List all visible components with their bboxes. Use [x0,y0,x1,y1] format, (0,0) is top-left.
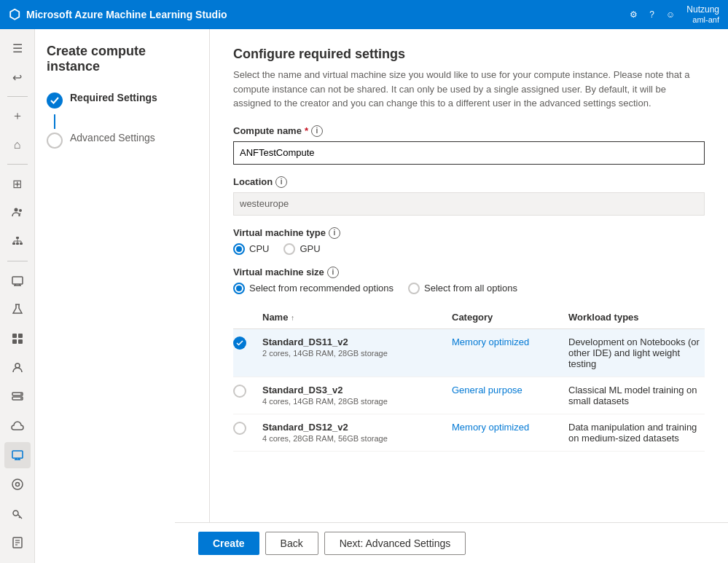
sidebar-divider-3 [7,261,28,261]
next-button[interactable]: Next: Advanced Settings [324,532,466,555]
sidebar-icons: ☰ ↩ ＋ ⌂ ⊞ [0,29,35,563]
radio-cpu-label: CPU [249,243,269,254]
hierarchy-icon[interactable] [4,229,31,255]
svg-point-23 [20,398,22,399]
table-row[interactable]: Standard_DS12_v2 4 cores, 28GB RAM, 56GB… [233,414,705,452]
help-icon[interactable]: ? [649,9,654,20]
location-value: westeurope [233,192,705,216]
row-2-category[interactable]: General purpose [452,385,568,395]
row-3-workload: Data manipulation and training on medium… [568,422,705,444]
svg-point-0 [14,208,17,212]
row-1-name: Standard_DS11_v2 2 cores, 14GB RAM, 28GB… [262,336,452,358]
svg-point-29 [15,483,19,487]
vm-type-info-icon[interactable]: i [329,227,340,239]
users2-icon[interactable] [4,355,31,381]
row-3-select[interactable] [233,422,262,435]
svg-rect-18 [18,339,23,344]
storage-icon[interactable] [4,384,31,410]
step-connector [54,114,55,129]
radio-recommended[interactable]: Select from recommended options [233,283,394,294]
row-3-name: Standard_DS12_v2 4 cores, 28GB RAM, 56GB… [262,422,452,443]
header-workload-col: Workload types [568,312,705,323]
account-icon[interactable]: ☺ [666,9,675,20]
main-content: Configure required settings Select the n… [210,29,728,563]
vm-type-radio-group: CPU GPU [233,243,705,255]
log-icon[interactable] [4,529,31,556]
compute-name-info-icon[interactable]: i [311,125,323,137]
cloud-icon[interactable] [4,413,31,439]
svg-rect-5 [20,243,23,245]
required-star: * [305,125,308,136]
step-required[interactable]: Required Settings [47,92,197,109]
svg-rect-10 [12,277,23,284]
compute-name-input[interactable] [233,141,705,165]
disk-icon[interactable] [4,471,31,497]
location-info-icon[interactable]: i [275,176,287,188]
step-1-circle [47,92,63,109]
svg-rect-2 [16,237,19,239]
svg-point-1 [19,209,22,212]
table-row[interactable]: Standard_DS11_v2 2 cores, 14GB RAM, 28GB… [233,329,705,377]
vm-size-info-icon[interactable]: i [327,267,339,278]
svg-point-30 [13,511,18,516]
sidebar-divider-1 [7,96,28,97]
radio-recommended-outer [233,283,245,294]
vm-size-options: Select from recommended options Select f… [233,283,705,294]
sidebar-divider-2 [7,164,28,165]
step-2-circle [47,133,63,149]
radio-gpu-outer [283,243,295,255]
add-icon[interactable]: ＋ [4,103,31,129]
grid2-icon[interactable] [4,326,31,352]
radio-all-outer [408,283,420,294]
radio-all-options[interactable]: Select from all options [408,283,517,294]
section-desc: Select the name and virtual machine size… [233,68,705,111]
compute-name-label: Compute name * i [233,125,705,137]
row-1-workload: Development on Notebooks (or other IDE) … [568,336,705,369]
header-select-col [233,312,262,323]
radio-cpu-inner [236,246,242,252]
page-title: Create compute instance [47,44,197,74]
radio-gpu[interactable]: GPU [283,243,320,255]
main-layout: ☰ ↩ ＋ ⌂ ⊞ [0,29,728,563]
step-1-label: Required Settings [70,92,157,103]
user-info: Nutzung aml-anf [686,4,719,25]
row-1-select[interactable] [233,336,262,350]
vm-size-label: Virtual machine size i [233,267,705,278]
svg-rect-15 [12,334,17,338]
back-nav-icon[interactable]: ↩ [4,64,31,90]
row-2-workload: Classical ML model training on small dat… [568,385,705,406]
header-name-col[interactable]: Name ↑ [262,312,452,323]
people-icon[interactable] [4,200,31,226]
row-2-name: Standard_DS3_v2 4 cores, 14GB RAM, 28GB … [262,385,452,406]
hamburger-icon[interactable]: ☰ [4,35,31,61]
key-icon[interactable] [4,500,31,527]
row-1-category[interactable]: Memory optimized [452,336,568,347]
table-icon[interactable]: ⊞ [4,170,31,197]
radio-cpu[interactable]: CPU [233,243,269,255]
app-title: Microsoft Azure Machine Learning Studio [26,9,227,20]
back-button[interactable]: Back [265,532,318,555]
flask-icon[interactable] [4,296,31,323]
compute-icon[interactable] [4,267,31,294]
radio-cpu-outer [233,243,245,255]
vm-type-label: Virtual machine type i [233,227,705,239]
location-label: Location i [233,176,705,188]
svg-point-28 [12,479,23,489]
svg-point-22 [20,393,22,395]
step-advanced[interactable]: Advanced Settings [47,132,197,149]
radio-gpu-label: GPU [300,243,320,254]
settings-icon[interactable]: ⚙ [630,9,638,20]
monitor-icon[interactable] [4,442,31,468]
table-row[interactable]: Standard_DS3_v2 4 cores, 14GB RAM, 28GB … [233,377,705,414]
topbar-actions: ⚙ ? ☺ Nutzung aml-anf [630,4,719,25]
create-button[interactable]: Create [198,532,259,555]
home-icon[interactable]: ⌂ [4,132,31,158]
step-panel: Create compute instance Required Setting… [35,29,210,563]
row-3-category[interactable]: Memory optimized [452,422,568,433]
svg-rect-16 [18,334,23,338]
row-2-select[interactable] [233,385,262,398]
vm-size-table: Name ↑ Category Workload types Standard_… [233,306,705,452]
azure-logo: ⬡ [9,7,20,23]
table-header: Name ↑ Category Workload types [233,306,705,329]
bottom-bar: Create Back Next: Advanced Settings [175,522,728,563]
